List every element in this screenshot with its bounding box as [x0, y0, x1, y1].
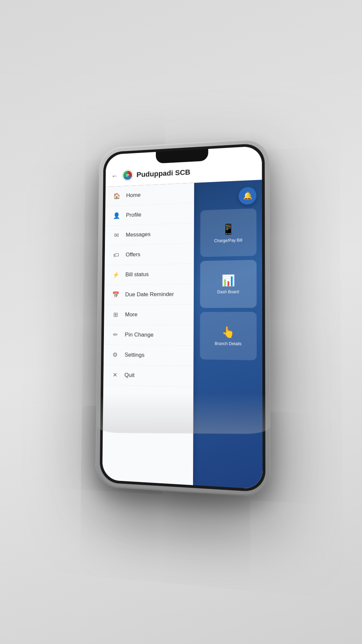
home-label: Home: [126, 192, 140, 199]
pin-change-label: Pin Change: [125, 331, 154, 338]
more-label: More: [125, 311, 137, 318]
branch-details-card[interactable]: 👆 Branch Details: [200, 312, 256, 360]
settings-label: Settings: [125, 352, 144, 359]
menu-item-due-date-reminder[interactable]: 📅 Due Date Reminder: [104, 284, 194, 305]
back-button[interactable]: ←: [111, 172, 118, 180]
menu-item-pin-change[interactable]: ✏ Pin Change: [104, 325, 194, 345]
branch-details-icon: 👆: [221, 326, 235, 339]
dash-board-icon: 📊: [221, 274, 235, 287]
quit-label: Quit: [124, 372, 134, 379]
menu-item-offers[interactable]: 🏷 Offers: [105, 244, 194, 265]
bill-status-icon: ⚡: [111, 270, 120, 280]
app-title: Puduppadi SCB: [136, 168, 190, 179]
phone-screen: ← P Puduppadi SCB 🔔: [102, 146, 262, 489]
branch-details-label: Branch Details: [215, 341, 241, 346]
app-logo-circle: P: [123, 171, 132, 180]
offers-label: Offers: [126, 251, 140, 258]
phone-frame: ← P Puduppadi SCB 🔔: [95, 138, 270, 498]
app-content: ← P Puduppadi SCB 🔔: [102, 146, 262, 489]
menu-item-home[interactable]: 🏠 Home: [105, 183, 194, 206]
due-date-reminder-label: Due Date Reminder: [125, 291, 174, 298]
charge-pay-bill-label: Charge/Pay Bill: [214, 238, 242, 243]
due-date-reminder-icon: 📅: [111, 290, 120, 299]
pin-change-icon: ✏: [111, 330, 120, 339]
dash-board-label: Dash Board: [217, 289, 239, 294]
charge-pay-bill-card[interactable]: 📱 Charge/Pay Bill: [200, 208, 256, 257]
app-logo: P: [122, 169, 133, 181]
menu-item-more[interactable]: ⊞ More: [104, 305, 194, 325]
messages-label: Messages: [126, 231, 150, 238]
menu-item-quit[interactable]: ✕ Quit: [103, 365, 193, 387]
home-icon: 🏠: [112, 192, 121, 201]
settings-icon: ⚙: [111, 350, 120, 360]
quit-icon: ✕: [110, 370, 119, 380]
app-logo-letter: P: [126, 173, 129, 178]
page-background: ← P Puduppadi SCB 🔔: [0, 0, 362, 644]
dash-board-card[interactable]: 📊 Dash Board: [200, 260, 257, 308]
menu-item-messages[interactable]: ✉ Messages: [105, 223, 194, 246]
notification-button[interactable]: 🔔: [239, 187, 256, 205]
navigation-drawer: 🏠 Home 👤 Profile ✉ Messages: [102, 183, 194, 485]
app-main: 🔔 📱 Charge/Pay Bill 📊 Dash: [102, 180, 262, 489]
phone-inner: ← P Puduppadi SCB 🔔: [100, 143, 265, 492]
messages-icon: ✉: [112, 231, 121, 240]
menu-item-profile[interactable]: 👤 Profile: [105, 203, 194, 226]
bill-status-label: Bill status: [125, 271, 149, 278]
offers-icon: 🏷: [112, 251, 121, 260]
profile-label: Profile: [126, 212, 141, 219]
charge-pay-bill-icon: 📱: [221, 222, 235, 235]
profile-icon: 👤: [112, 211, 121, 220]
more-icon: ⊞: [111, 310, 120, 319]
menu-item-settings[interactable]: ⚙ Settings: [104, 345, 194, 367]
menu-item-bill-status[interactable]: ⚡ Bill status: [105, 264, 194, 285]
